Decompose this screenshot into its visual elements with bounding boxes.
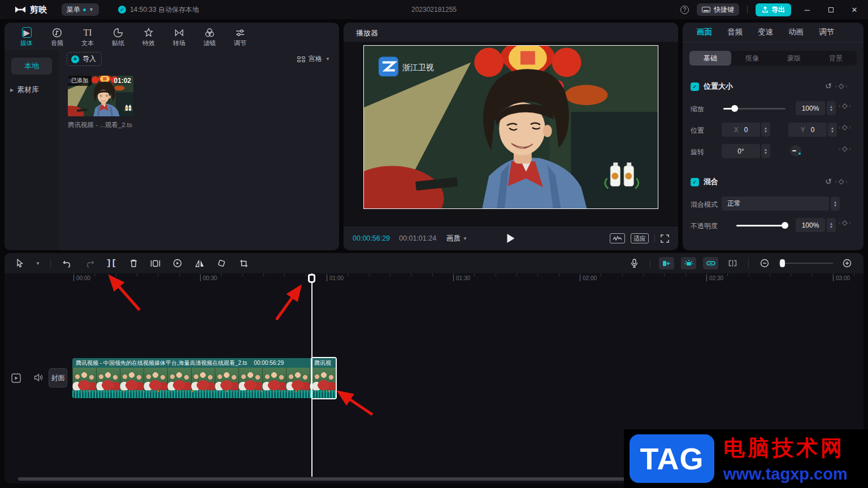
close-button[interactable]: ✕ (847, 6, 862, 14)
keyboard-icon (702, 7, 710, 12)
playhead-handle[interactable] (308, 274, 315, 283)
undo-button[interactable] (60, 256, 75, 271)
rotate-knob[interactable] (790, 145, 801, 156)
media-clip-thumbnail[interactable]: 已添加 01:02 (68, 76, 133, 116)
keyframe-control[interactable]: ‹◇› (839, 123, 851, 131)
tab-audio[interactable]: 音频 (42, 25, 72, 50)
tab-effects[interactable]: 特效 (133, 25, 164, 50)
blend-mode-select[interactable]: 正常 (722, 197, 829, 211)
main-track-magnet-toggle[interactable] (659, 257, 674, 269)
reset-icon[interactable]: ↺ (825, 81, 832, 90)
divider (650, 259, 650, 268)
delete-tool[interactable] (126, 256, 141, 271)
mirror-tool[interactable] (192, 256, 207, 271)
quality-dropdown[interactable]: 画质 ▼ (446, 234, 467, 243)
select-tool[interactable] (12, 256, 27, 271)
keyframe-control[interactable]: ‹◇› (839, 219, 851, 226)
opacity-value[interactable]: 100% (796, 218, 825, 232)
blend-mode-stepper[interactable]: ▲▼ (831, 197, 840, 211)
scale-stepper[interactable]: ▲▼ (827, 101, 836, 115)
subtab-mask[interactable]: 蒙版 (773, 51, 815, 66)
chevron-down-icon: ▼ (463, 236, 467, 241)
position-label: 位置 (691, 126, 704, 136)
timeline-clip-1[interactable]: 腾讯视频 - 中国领先的在线视频媒体平台,海量高清视频在线观看_2.ts 00:… (72, 358, 312, 398)
tab-adjust-props[interactable]: 调节 (819, 27, 834, 37)
cover-button[interactable]: 封面 (49, 368, 67, 387)
waveform-preview-toggle[interactable] (610, 233, 625, 243)
divider (748, 259, 749, 268)
fullscreen-icon[interactable] (661, 234, 669, 243)
sidebar-item-local[interactable]: 本地 (11, 58, 52, 75)
playhead-line[interactable] (311, 273, 313, 477)
track-hide-icon[interactable] (11, 373, 21, 385)
select-tool-chevron-icon[interactable]: ▼ (34, 256, 41, 271)
reverse-tool[interactable] (170, 256, 185, 271)
tab-media[interactable]: ▶ 媒体 (11, 25, 42, 50)
video-preview[interactable] (363, 45, 658, 209)
timeline-clip-2-selected[interactable]: 腾讯视 (311, 357, 337, 399)
zoom-in-button[interactable] (840, 256, 854, 271)
tab-transitions[interactable]: 转场 (164, 25, 194, 50)
clip1-waveform (72, 390, 312, 398)
keyframe-control[interactable]: ‹◇› (839, 102, 851, 110)
import-button[interactable]: + 导入 (67, 52, 102, 66)
keyframe-diamond-icon[interactable]: ◇ (839, 82, 844, 90)
opacity-slider[interactable] (736, 218, 786, 233)
site-watermark: TAG 电脑技术网 www.tagxp.com (624, 429, 868, 488)
shortcuts-button[interactable]: 快捷键 (697, 3, 739, 16)
track-mute-icon[interactable] (34, 373, 44, 384)
keyframe-control[interactable]: ‹◇› (839, 145, 851, 152)
position-x-stepper[interactable]: ▲▼ (761, 123, 770, 137)
grid-view-icon (297, 56, 305, 62)
preview-axis-toggle[interactable] (725, 256, 740, 271)
tab-speed[interactable]: 变速 (758, 27, 773, 37)
shortcuts-label: 快捷键 (714, 5, 734, 15)
tab-sticker[interactable]: 贴纸 (103, 25, 133, 50)
tab-text[interactable]: TI 文本 (72, 25, 103, 50)
checkbox-blend-checked[interactable]: ✓ (691, 178, 699, 186)
position-x-field[interactable]: X 0 (722, 123, 760, 137)
reset-icon[interactable]: ↺ (825, 177, 832, 186)
subtab-cutout[interactable]: 抠像 (731, 51, 773, 66)
keyframe-control[interactable]: ‹◇› (835, 177, 848, 185)
crop-tool[interactable] (236, 256, 251, 271)
tab-adjust[interactable]: 调节 (225, 25, 255, 50)
tab-animation[interactable]: 动画 (788, 27, 804, 37)
clip1-title: 腾讯视频 - 中国领先的在线视频媒体平台,海量高清视频在线观看_2.ts (76, 359, 247, 367)
auto-snap-toggle[interactable] (681, 257, 696, 269)
scale-slider[interactable] (723, 101, 785, 116)
linkage-toggle[interactable] (703, 257, 718, 269)
rotate-stepper[interactable]: ▲▼ (761, 144, 770, 158)
opacity-stepper[interactable]: ▲▼ (827, 218, 836, 232)
subtab-basic[interactable]: 基础 (689, 51, 731, 66)
position-y-stepper[interactable]: ▲▼ (828, 123, 837, 137)
tab-audio-props[interactable]: 音频 (727, 27, 743, 37)
view-mode-selector[interactable]: 宫格 ▼ (297, 54, 330, 64)
position-y-field[interactable]: Y 0 (788, 123, 827, 137)
sidebar-item-library[interactable]: ▶ 素材库 (10, 85, 39, 95)
record-voiceover-button[interactable] (627, 256, 641, 271)
rotate-field[interactable]: 0° (722, 144, 760, 158)
subtab-bar: 基础 抠像 蒙版 背景 (689, 51, 857, 66)
redo-button[interactable] (82, 256, 97, 271)
help-icon[interactable]: ? (680, 6, 689, 14)
tab-filters[interactable]: 滤镜 (194, 25, 225, 50)
minimize-button[interactable]: ─ (799, 6, 815, 14)
app-window: 剪映 菜单 ▼ ✓ 14:50:33 自动保存本地 202302181255 ?… (0, 0, 868, 488)
freeze-frame-tool[interactable] (148, 256, 163, 271)
export-button[interactable]: 导出 (756, 3, 791, 16)
timeline-ruler[interactable]: 00:00 00:30 01:00 01:30 02:00 02:30 03:0… (5, 273, 863, 284)
tab-picture[interactable]: 画面 (697, 27, 712, 37)
play-button[interactable] (507, 234, 515, 243)
split-tool[interactable]: ][ (104, 256, 119, 271)
keyframe-control[interactable]: ‹◇› (835, 82, 848, 90)
zoom-out-button[interactable] (757, 256, 772, 271)
scale-value[interactable]: 100% (796, 101, 825, 115)
maximize-button[interactable] (823, 6, 839, 14)
checkbox-position-checked[interactable]: ✓ (691, 82, 699, 91)
fit-button[interactable]: 适应 (631, 233, 649, 243)
subtab-background[interactable]: 背景 (815, 51, 857, 66)
timeline-zoom-slider[interactable] (779, 259, 833, 267)
rotate-tool[interactable] (214, 256, 229, 271)
divider (654, 235, 655, 242)
